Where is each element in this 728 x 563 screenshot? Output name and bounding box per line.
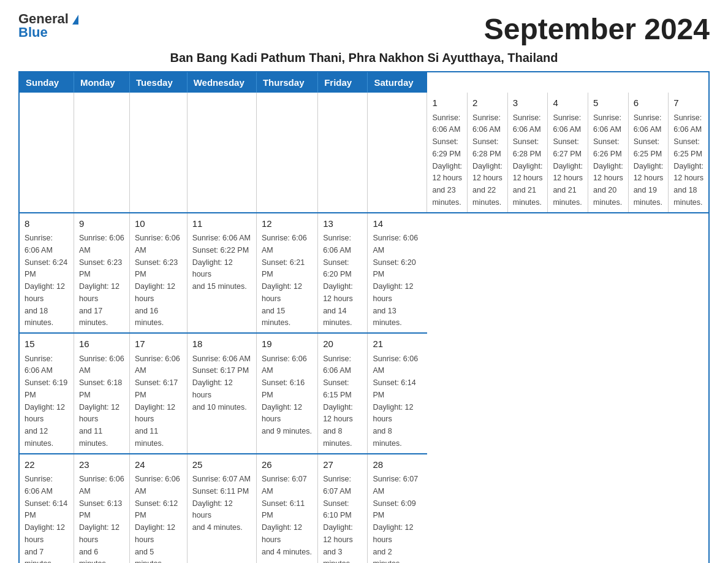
column-header-monday: Monday (74, 72, 129, 93)
day-number: 19 (262, 337, 313, 351)
calendar-day-cell: 21 Sunrise: 6:06 AMSunset: 6:14 PMDaylig… (368, 333, 427, 454)
day-info: Sunrise: 6:06 AMSunset: 6:17 PMDaylight:… (192, 354, 251, 412)
calendar-day-cell (368, 93, 427, 213)
logo-triangle-icon (72, 15, 78, 25)
location-title: Ban Bang Kadi Pathum Thani, Phra Nakhon … (18, 51, 710, 65)
calendar-day-cell: 25 Sunrise: 6:07 AMSunset: 6:11 PMDaylig… (187, 454, 256, 564)
day-info: Sunrise: 6:06 AMSunset: 6:13 PMDaylight:… (79, 475, 124, 563)
calendar-day-cell: 9 Sunrise: 6:06 AMSunset: 6:23 PMDayligh… (74, 213, 129, 334)
day-info: Sunrise: 6:06 AMSunset: 6:20 PMDaylight:… (323, 234, 353, 327)
day-number: 4 (553, 96, 583, 110)
logo-general-row: General (18, 12, 78, 26)
calendar-day-cell (256, 93, 317, 213)
day-number: 27 (323, 458, 362, 472)
day-number: 18 (192, 337, 251, 351)
day-number: 23 (79, 458, 124, 472)
logo: General Blue (18, 12, 78, 39)
calendar-day-cell (19, 93, 74, 213)
column-header-thursday: Thursday (256, 72, 317, 93)
day-number: 8 (25, 217, 69, 231)
day-number: 5 (593, 96, 623, 110)
day-number: 28 (373, 458, 422, 472)
calendar-day-cell: 26 Sunrise: 6:07 AMSunset: 6:11 PMDaylig… (256, 454, 317, 564)
day-number: 26 (262, 458, 313, 472)
calendar-day-cell: 7 Sunrise: 6:06 AMSunset: 6:25 PMDayligh… (669, 93, 709, 213)
calendar-day-cell: 12 Sunrise: 6:06 AMSunset: 6:21 PMDaylig… (256, 213, 317, 334)
calendar-day-cell (318, 93, 368, 213)
day-number: 24 (135, 458, 182, 472)
calendar-day-cell: 5 Sunrise: 6:06 AMSunset: 6:26 PMDayligh… (588, 93, 629, 213)
calendar-day-cell: 6 Sunrise: 6:06 AMSunset: 6:25 PMDayligh… (628, 93, 669, 213)
column-header-tuesday: Tuesday (130, 72, 188, 93)
calendar-day-cell: 3 Sunrise: 6:06 AMSunset: 6:28 PMDayligh… (507, 93, 548, 213)
day-number: 22 (25, 458, 69, 472)
day-number: 13 (323, 217, 362, 231)
calendar-day-cell: 4 Sunrise: 6:06 AMSunset: 6:27 PMDayligh… (548, 93, 588, 213)
day-info: Sunrise: 6:06 AMSunset: 6:27 PMDaylight:… (553, 113, 583, 207)
calendar-week-row: 8 Sunrise: 6:06 AMSunset: 6:24 PMDayligh… (19, 213, 709, 334)
day-info: Sunrise: 6:06 AMSunset: 6:25 PMDaylight:… (634, 113, 664, 207)
day-info: Sunrise: 6:07 AMSunset: 6:11 PMDaylight:… (262, 475, 312, 556)
column-header-friday: Friday (318, 72, 368, 93)
calendar-day-cell: 15 Sunrise: 6:06 AMSunset: 6:19 PMDaylig… (19, 333, 74, 454)
logo-blue-row: Blue (18, 26, 48, 39)
day-number: 17 (135, 337, 182, 351)
calendar-day-cell: 23 Sunrise: 6:06 AMSunset: 6:13 PMDaylig… (74, 454, 129, 564)
calendar-day-cell: 10 Sunrise: 6:06 AMSunset: 6:23 PMDaylig… (130, 213, 188, 334)
day-number: 25 (192, 458, 251, 472)
day-info: Sunrise: 6:06 AMSunset: 6:22 PMDaylight:… (192, 234, 251, 291)
day-info: Sunrise: 6:06 AMSunset: 6:28 PMDaylight:… (513, 113, 543, 207)
day-number: 21 (373, 337, 422, 351)
logo-blue-text: Blue (18, 25, 48, 40)
calendar-day-cell: 24 Sunrise: 6:06 AMSunset: 6:12 PMDaylig… (130, 454, 188, 564)
calendar-day-cell: 27 Sunrise: 6:07 AMSunset: 6:10 PMDaylig… (318, 454, 368, 564)
day-info: Sunrise: 6:06 AMSunset: 6:12 PMDaylight:… (135, 475, 180, 563)
month-title: September 2024 (484, 12, 710, 46)
day-info: Sunrise: 6:06 AMSunset: 6:19 PMDaylight:… (25, 354, 67, 448)
day-info: Sunrise: 6:07 AMSunset: 6:11 PMDaylight:… (192, 475, 251, 532)
day-number: 12 (262, 217, 313, 231)
calendar-day-cell: 2 Sunrise: 6:06 AMSunset: 6:28 PMDayligh… (468, 93, 508, 213)
column-header-sunday: Sunday (19, 72, 74, 93)
calendar-day-cell (187, 93, 256, 213)
day-number: 6 (634, 96, 664, 110)
day-number: 2 (472, 96, 502, 110)
day-info: Sunrise: 6:06 AMSunset: 6:16 PMDaylight:… (262, 354, 312, 436)
day-number: 9 (79, 217, 124, 231)
day-info: Sunrise: 6:06 AMSunset: 6:20 PMDaylight:… (373, 234, 418, 327)
calendar-day-cell (130, 93, 188, 213)
day-info: Sunrise: 6:06 AMSunset: 6:23 PMDaylight:… (79, 234, 124, 327)
calendar-day-cell: 11 Sunrise: 6:06 AMSunset: 6:22 PMDaylig… (187, 213, 256, 334)
calendar-day-cell: 22 Sunrise: 6:06 AMSunset: 6:14 PMDaylig… (19, 454, 74, 564)
day-info: Sunrise: 6:07 AMSunset: 6:10 PMDaylight:… (323, 475, 353, 563)
calendar-week-row: 15 Sunrise: 6:06 AMSunset: 6:19 PMDaylig… (19, 333, 709, 454)
day-number: 10 (135, 217, 182, 231)
calendar-day-cell: 1 Sunrise: 6:06 AMSunset: 6:29 PMDayligh… (427, 93, 468, 213)
day-number: 15 (25, 337, 69, 351)
calendar-day-cell: 18 Sunrise: 6:06 AMSunset: 6:17 PMDaylig… (187, 333, 256, 454)
day-number: 1 (432, 96, 462, 110)
page-header: General Blue September 2024 (18, 12, 710, 46)
day-info: Sunrise: 6:07 AMSunset: 6:09 PMDaylight:… (373, 475, 418, 563)
day-info: Sunrise: 6:06 AMSunset: 6:28 PMDaylight:… (472, 113, 502, 207)
day-info: Sunrise: 6:06 AMSunset: 6:21 PMDaylight:… (262, 234, 307, 327)
calendar-day-cell: 16 Sunrise: 6:06 AMSunset: 6:18 PMDaylig… (74, 333, 129, 454)
calendar-day-cell: 14 Sunrise: 6:06 AMSunset: 6:20 PMDaylig… (368, 213, 427, 334)
day-info: Sunrise: 6:06 AMSunset: 6:18 PMDaylight:… (79, 354, 124, 448)
day-info: Sunrise: 6:06 AMSunset: 6:29 PMDaylight:… (432, 113, 462, 207)
day-info: Sunrise: 6:06 AMSunset: 6:24 PMDaylight:… (25, 234, 67, 327)
calendar-day-cell (74, 93, 129, 213)
calendar-day-cell: 17 Sunrise: 6:06 AMSunset: 6:17 PMDaylig… (130, 333, 188, 454)
day-number: 14 (373, 217, 422, 231)
calendar-day-cell: 13 Sunrise: 6:06 AMSunset: 6:20 PMDaylig… (318, 213, 368, 334)
calendar-table: SundayMondayTuesdayWednesdayThursdayFrid… (18, 71, 710, 563)
calendar-day-cell: 20 Sunrise: 6:06 AMSunset: 6:15 PMDaylig… (318, 333, 368, 454)
day-number: 11 (192, 217, 251, 231)
day-info: Sunrise: 6:06 AMSunset: 6:15 PMDaylight:… (323, 354, 353, 448)
day-info: Sunrise: 6:06 AMSunset: 6:25 PMDaylight:… (673, 113, 703, 207)
day-number: 7 (673, 96, 703, 110)
calendar-week-row: 22 Sunrise: 6:06 AMSunset: 6:14 PMDaylig… (19, 454, 709, 564)
day-info: Sunrise: 6:06 AMSunset: 6:14 PMDaylight:… (373, 354, 418, 448)
day-info: Sunrise: 6:06 AMSunset: 6:17 PMDaylight:… (135, 354, 180, 448)
day-number: 16 (79, 337, 124, 351)
